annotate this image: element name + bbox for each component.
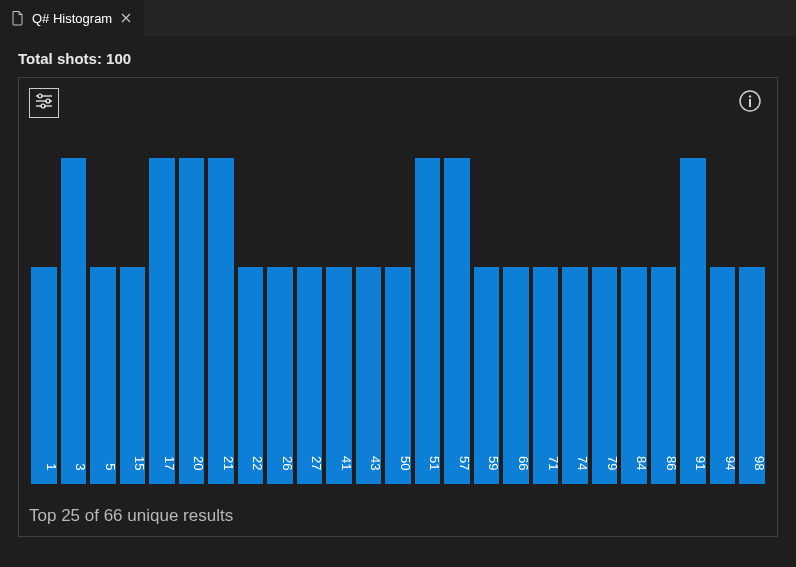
histogram-bar[interactable]: 74: [562, 267, 588, 484]
bar-label: 66: [516, 456, 531, 470]
bar-label: 20: [191, 456, 206, 470]
settings-button[interactable]: [29, 88, 59, 118]
bar-label: 17: [162, 456, 177, 470]
bar-label: 41: [339, 456, 354, 470]
bar-label: 27: [309, 456, 324, 470]
bar-label: 1: [44, 463, 59, 470]
svg-point-5: [41, 104, 45, 108]
histogram-bar[interactable]: 22: [238, 267, 264, 484]
bar-label: 98: [752, 456, 767, 470]
histogram-bar[interactable]: 27: [297, 267, 323, 484]
histogram-bar[interactable]: 57: [444, 158, 470, 484]
histogram-bar[interactable]: 41: [326, 267, 352, 484]
bar-label: 86: [664, 456, 679, 470]
bar-label: 74: [575, 456, 590, 470]
bar-label: 79: [605, 456, 620, 470]
svg-point-1: [38, 94, 42, 98]
bar-label: 91: [693, 456, 708, 470]
bar-label: 59: [486, 456, 501, 470]
histogram-bar[interactable]: 59: [474, 267, 500, 484]
total-shots-label: Total shots: 100: [18, 50, 778, 67]
svg-rect-8: [749, 99, 751, 107]
histogram-bar[interactable]: 79: [592, 267, 618, 484]
histogram-bar[interactable]: 43: [356, 267, 382, 484]
bar-label: 50: [398, 456, 413, 470]
tab-title: Q# Histogram: [32, 11, 112, 26]
histogram-bar[interactable]: 21: [208, 158, 234, 484]
info-icon: [738, 89, 762, 117]
histogram-bar[interactable]: 50: [385, 267, 411, 484]
histogram-bar[interactable]: 5: [90, 267, 116, 484]
results-caption: Top 25 of 66 unique results: [29, 506, 233, 526]
bar-label: 51: [427, 456, 442, 470]
svg-point-3: [46, 99, 50, 103]
histogram-bars: 1351517202122262741435051575966717479848…: [31, 158, 765, 484]
histogram-bar[interactable]: 3: [61, 158, 87, 484]
histogram-bar[interactable]: 15: [120, 267, 146, 484]
bar-label: 94: [723, 456, 738, 470]
close-icon[interactable]: [118, 10, 134, 26]
histogram-bar[interactable]: 1: [31, 267, 57, 484]
histogram-bar[interactable]: 98: [739, 267, 765, 484]
content: Total shots: 100: [0, 36, 796, 555]
bar-label: 57: [457, 456, 472, 470]
histogram-bar[interactable]: 26: [267, 267, 293, 484]
histogram-bar[interactable]: 71: [533, 267, 559, 484]
bar-label: 22: [250, 456, 265, 470]
info-button[interactable]: [735, 88, 765, 118]
file-icon: [10, 10, 26, 26]
bar-label: 43: [368, 456, 383, 470]
histogram-bar[interactable]: 84: [621, 267, 647, 484]
bar-label: 84: [634, 456, 649, 470]
histogram-bar[interactable]: 66: [503, 267, 529, 484]
bar-label: 26: [280, 456, 295, 470]
bar-label: 15: [132, 456, 147, 470]
bar-label: 71: [546, 456, 561, 470]
svg-point-7: [749, 95, 751, 97]
histogram-bar[interactable]: 94: [710, 267, 736, 484]
histogram-bar[interactable]: 17: [149, 158, 175, 484]
histogram-bar[interactable]: 51: [415, 158, 441, 484]
tab-qsharp-histogram[interactable]: Q# Histogram: [0, 0, 145, 36]
histogram-bar[interactable]: 86: [651, 267, 677, 484]
histogram-panel: 1351517202122262741435051575966717479848…: [18, 77, 778, 537]
bar-label: 3: [73, 463, 88, 470]
bar-label: 5: [103, 463, 118, 470]
tab-bar: Q# Histogram: [0, 0, 796, 36]
histogram-bar[interactable]: 91: [680, 158, 706, 484]
bar-label: 21: [221, 456, 236, 470]
sliders-icon: [34, 91, 54, 115]
histogram-bar[interactable]: 20: [179, 158, 205, 484]
